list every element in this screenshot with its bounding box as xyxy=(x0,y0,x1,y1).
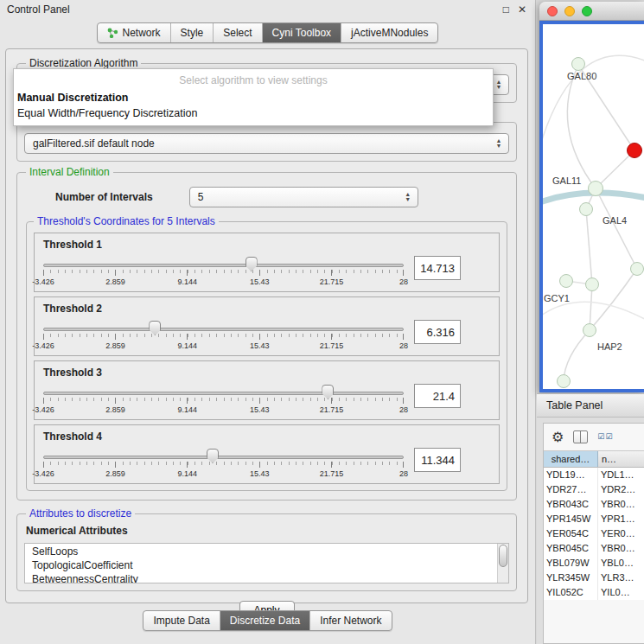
table-row[interactable]: YBL079WYBL0… xyxy=(544,556,644,571)
threshold-2-value-field[interactable]: 6.316 xyxy=(414,320,461,344)
network-node[interactable] xyxy=(588,181,603,196)
table-settings-gear-icon[interactable]: ⚙ xyxy=(552,430,564,444)
network-node[interactable] xyxy=(557,374,571,388)
network-selection-frame: GAL80GAL11GAL4GCY1HAP2 xyxy=(539,21,644,392)
tab-infer-network[interactable]: Infer Network xyxy=(309,611,391,630)
column-header-shared-name[interactable]: shared… xyxy=(544,451,598,467)
zoom-window-button[interactable] xyxy=(582,6,592,16)
tab-jactivemnodules[interactable]: jActiveMNodules xyxy=(341,23,437,42)
cell[interactable]: YBL079W xyxy=(544,556,598,571)
network-node[interactable] xyxy=(583,323,596,337)
cell[interactable]: YBR0… xyxy=(598,541,644,556)
table-row[interactable]: YDL19…YDL1… xyxy=(544,468,644,482)
dropdown-placeholder-option[interactable]: Select algorithm to view settings xyxy=(14,72,493,90)
threshold-3-slider[interactable]: -3.426 2.859 9.144 15.43 21.715 28 xyxy=(43,385,404,417)
threshold-2-slider[interactable]: -3.426 2.859 9.144 15.43 21.715 28 xyxy=(43,321,404,353)
cell[interactable]: YER054C xyxy=(544,526,598,541)
threshold-3-value-field[interactable]: 21.4 xyxy=(414,384,461,408)
cell[interactable]: YBR0… xyxy=(598,497,644,512)
network-node[interactable] xyxy=(571,57,585,71)
scale-tick-label: 15.43 xyxy=(250,405,270,414)
table-row[interactable]: YIL052CYIL0… xyxy=(544,585,644,600)
scale-tick-label: 21.715 xyxy=(320,341,344,350)
show-columns-icon[interactable] xyxy=(573,430,588,443)
cell[interactable]: YIL052C xyxy=(544,585,598,600)
cyni-bottom-tabbar: Impute Data Discretize Data Infer Networ… xyxy=(0,610,535,631)
scale-tick-label: 9.144 xyxy=(178,469,198,478)
network-node-label: GAL4 xyxy=(603,215,627,226)
threshold-4-panel: Threshold 4 -3.426 2.859 9.144 xyxy=(34,424,500,484)
table-row[interactable]: YBR045CYBR0… xyxy=(544,541,644,556)
table-row[interactable]: YER054CYER0… xyxy=(544,526,644,541)
node-table: shared… n… YDL19…YDL1… YDR27…YDR2… YBR04… xyxy=(544,450,644,600)
select-all-columns-icon[interactable]: ☑☑ xyxy=(597,433,613,441)
cell[interactable]: YBR043C xyxy=(544,497,598,512)
list-vertical-scrollbar[interactable] xyxy=(497,544,508,583)
threshold-4-value-field[interactable]: 11.344 xyxy=(414,448,461,472)
cell[interactable]: YER0… xyxy=(598,526,644,541)
cell[interactable]: YDL1… xyxy=(598,468,644,482)
table-row[interactable]: YBR043CYBR0… xyxy=(544,497,644,512)
threshold-1-slider[interactable]: -3.426 2.859 9.144 15.43 21.715 28 xyxy=(43,257,404,289)
cell[interactable]: YPR1… xyxy=(598,512,644,526)
interval-definition-group: Interval Definition Number of Intervals … xyxy=(16,172,517,501)
minimize-window-button[interactable] xyxy=(564,6,575,16)
list-item[interactable]: TopologicalCoefficient xyxy=(32,559,494,573)
table-data-combobox[interactable]: galFiltered.sif default node ▲ ▼ xyxy=(24,133,509,154)
tab-style[interactable]: Style xyxy=(170,23,214,42)
cell[interactable]: YLR345W xyxy=(544,571,598,585)
network-node[interactable] xyxy=(630,262,644,276)
tab-cyni-toolbox[interactable]: Cyni Toolbox xyxy=(262,23,341,42)
network-node[interactable] xyxy=(559,274,573,288)
number-of-intervals-combobox[interactable]: 5 ▲ ▼ xyxy=(189,187,418,207)
network-tab-icon xyxy=(107,28,118,38)
tab-select[interactable]: Select xyxy=(213,23,261,42)
list-item[interactable]: SelfLoops xyxy=(32,545,494,559)
cell[interactable]: YLR3… xyxy=(598,571,644,585)
tab-label: Cyni Toolbox xyxy=(272,27,331,39)
column-header-name[interactable]: n… xyxy=(598,451,644,467)
slider-major-ticks xyxy=(43,398,404,404)
cell[interactable]: YBR045C xyxy=(544,541,598,556)
close-panel-icon[interactable]: ✕ xyxy=(518,3,526,16)
combo-down-icon: ▼ xyxy=(496,143,502,149)
cell[interactable]: YIL0… xyxy=(598,585,644,600)
cell[interactable]: YPR145W xyxy=(544,512,598,526)
scrollbar-thumb[interactable] xyxy=(499,545,507,567)
cell[interactable]: YDR27… xyxy=(544,482,598,497)
close-window-button[interactable] xyxy=(547,6,558,16)
dropdown-option-equal-width-frequency[interactable]: Equal Width/Frequency Discretization xyxy=(14,105,493,121)
tab-discretize-data[interactable]: Discretize Data xyxy=(220,611,309,630)
scale-tick-label: 2.859 xyxy=(105,277,125,286)
dropdown-option-manual-discretization[interactable]: Manual Discretization xyxy=(14,90,493,105)
slider-track[interactable] xyxy=(43,392,404,395)
threshold-1-value-field[interactable]: 14.713 xyxy=(414,256,461,280)
top-tab-group: Network Style Select Cyni Toolbox jActiv… xyxy=(97,22,439,43)
threshold-3-panel: Threshold 3 -3.426 2.859 9.144 xyxy=(34,360,500,420)
list-item[interactable]: BetweennessCentrality xyxy=(32,573,494,583)
cell[interactable]: YDR2… xyxy=(598,482,644,497)
cell[interactable]: YDL19… xyxy=(544,468,598,482)
network-node[interactable] xyxy=(585,277,599,291)
table-row[interactable]: YDR27…YDR2… xyxy=(544,482,644,497)
control-panel-title: Control Panel xyxy=(7,3,503,16)
group-title: Attributes to discretize xyxy=(26,507,135,520)
network-node[interactable] xyxy=(579,202,593,216)
tab-network[interactable]: Network xyxy=(98,23,170,42)
table-row[interactable]: YLR345WYLR3… xyxy=(544,571,644,585)
combo-down-icon: ▼ xyxy=(405,197,411,202)
network-node-selected[interactable] xyxy=(627,143,642,158)
tab-impute-data[interactable]: Impute Data xyxy=(143,611,219,630)
float-window-icon[interactable]: □ xyxy=(503,3,509,16)
table-row[interactable]: YPR145WYPR1… xyxy=(544,512,644,526)
numerical-attributes-list[interactable]: SelfLoops TopologicalCoefficient Between… xyxy=(24,543,509,583)
slider-track[interactable] xyxy=(43,456,404,459)
cell[interactable]: YBL0… xyxy=(598,556,644,571)
group-title: Interval Definition xyxy=(26,166,113,178)
network-canvas[interactable]: GAL80GAL11GAL4GCY1HAP2 xyxy=(543,24,644,389)
slider-track[interactable] xyxy=(43,264,404,267)
threshold-4-slider[interactable]: -3.426 2.859 9.144 15.43 21.715 28 xyxy=(43,449,404,481)
slider-track[interactable] xyxy=(43,328,404,331)
scale-tick-label: 2.859 xyxy=(105,341,125,350)
network-window-titlebar[interactable] xyxy=(539,2,644,21)
